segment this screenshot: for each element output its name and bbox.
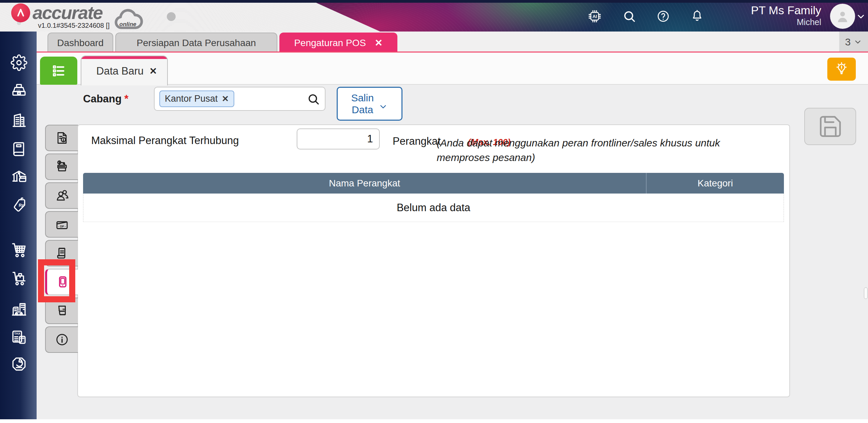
user-name: Michel: [751, 17, 821, 27]
close-document-tab-icon[interactable]: ✕: [149, 66, 157, 77]
bank-icon: [11, 169, 27, 186]
notifications-icon[interactable]: [689, 8, 705, 24]
vtab-info[interactable]: [45, 326, 78, 353]
dp-wallet-icon: - DP -: [55, 217, 70, 232]
svg-text:- DP -: - DP -: [58, 225, 66, 228]
chevron-down-icon: [853, 38, 862, 46]
app-root: accurate online v1.0.1#3545-2324608 [] A…: [0, 0, 868, 423]
salin-data-button[interactable]: Salin Data: [337, 87, 402, 121]
info-circle-icon: [55, 332, 70, 347]
cabang-input[interactable]: Kantor Pusat ✕: [154, 87, 326, 111]
tab-pengaturan-pos[interactable]: Pengaturan POS ✕: [279, 33, 397, 53]
right-scrollbar-thumb[interactable]: [864, 287, 868, 299]
vtab-uang-muka-dp[interactable]: - DP -: [45, 211, 78, 238]
receipt-icon: [55, 246, 70, 261]
svg-text:AI: AI: [592, 14, 597, 19]
svg-text:1...99: 1...99: [58, 308, 66, 311]
svg-text:Rp: Rp: [19, 203, 24, 208]
chip-label: Kantor Pusat: [165, 94, 218, 104]
devices-table-header: Nama Perangkat Kategori: [83, 173, 784, 194]
search-icon[interactable]: [621, 8, 637, 24]
vtab-document-info[interactable]: [45, 125, 78, 151]
status-dot: [167, 12, 176, 21]
list-view-button[interactable]: [40, 57, 77, 85]
close-tab-icon[interactable]: ✕: [375, 37, 382, 48]
tab-count: 3: [845, 36, 851, 48]
accurate-logo-icon[interactable]: [11, 3, 30, 22]
active-tab-accent: [81, 56, 168, 59]
save-floppy-icon: [817, 114, 843, 139]
document-tab-data-baru[interactable]: Data Baru ✕: [81, 56, 168, 85]
sidebar-item-tax[interactable]: TAX: [11, 329, 27, 346]
cabang-chip[interactable]: Kantor Pusat ✕: [159, 90, 234, 107]
sidebar-item-sales-cart[interactable]: [11, 241, 27, 258]
salin-data-label: Salin Data: [351, 92, 374, 116]
top-strip: [0, 0, 868, 3]
cash-register-icon: [11, 83, 27, 100]
vtab-informasi[interactable]: [45, 154, 78, 180]
frontliner-note: (Anda dapat menggunakan peran frontliner…: [437, 136, 776, 165]
help-icon[interactable]: [655, 8, 671, 24]
cloud-icon: [112, 3, 144, 23]
ai-icon[interactable]: AI: [587, 8, 603, 24]
vtab-users[interactable]: [45, 182, 78, 209]
account-chevron-down-icon[interactable]: [856, 12, 866, 22]
max-devices-input[interactable]: 1: [297, 128, 380, 149]
brand-subtitle: online: [119, 21, 136, 28]
svg-text:TAX: TAX: [14, 332, 21, 336]
main-tab-bar: Dashboard Persiapan Data Perusahaan Peng…: [0, 32, 868, 53]
hand-truck-icon: [11, 270, 27, 287]
users-icon: [55, 188, 70, 203]
tax-calculator-icon: TAX: [11, 329, 27, 346]
avatar[interactable]: [830, 4, 855, 29]
sidebar-item-company[interactable]: [11, 112, 27, 129]
tips-button[interactable]: [827, 58, 856, 81]
devices-table-empty-row: Belum ada data: [83, 194, 784, 222]
bottom-strip: [0, 419, 868, 423]
version-text: v1.0.1#3545-2324608 []: [38, 22, 110, 29]
document-tab-label: Data Baru: [96, 65, 144, 77]
tab-persiapan-data-perusahaan[interactable]: Persiapan Data Perusahaan: [115, 33, 277, 53]
sidebar-item-pos-register[interactable]: [11, 83, 27, 100]
save-button[interactable]: [804, 108, 856, 145]
sidebar-item-journal[interactable]: [11, 141, 27, 158]
sidebar-item-assets-vehicle[interactable]: [11, 301, 27, 318]
annotation-highlight-box: [38, 259, 75, 302]
sidebar-item-reports[interactable]: [11, 356, 27, 372]
max-devices-label: Maksimal Perangkat Terhubung: [91, 135, 239, 147]
max-devices-unit: Perangkat: [393, 135, 440, 147]
chevron-down-icon: [378, 102, 388, 112]
sidebar-item-bank-cash[interactable]: [11, 169, 27, 186]
book-icon: [11, 141, 27, 158]
column-kategori: Kategori: [647, 173, 784, 194]
shopping-cart-icon: [11, 241, 27, 258]
informasi-print-icon: [55, 159, 70, 174]
building-icon: [11, 112, 27, 129]
company-name: PT Ms Family: [751, 3, 821, 17]
price-tag-rp-icon: Rp: [11, 197, 27, 214]
sidebar-item-settings[interactable]: [11, 54, 27, 71]
numbering-icon: 1...99: [55, 303, 70, 318]
building-car-icon: [11, 301, 27, 318]
sidebar-item-pricing-rp[interactable]: Rp: [11, 197, 27, 214]
tab-dashboard[interactable]: Dashboard: [47, 33, 113, 53]
tab-label: Persiapan Data Perusahaan: [137, 38, 256, 48]
lightbulb-icon: [834, 62, 849, 77]
brand-name: accurate: [33, 2, 102, 23]
cabang-search-icon[interactable]: [307, 93, 320, 106]
required-mark: *: [124, 93, 129, 105]
tab-counter-dropdown[interactable]: 3: [839, 32, 868, 53]
tab-label: Pengaturan POS: [294, 38, 366, 48]
column-nama-perangkat: Nama Perangkat: [83, 173, 647, 194]
account-info[interactable]: PT Ms Family Michel: [751, 3, 821, 27]
document-info-icon: [55, 130, 70, 145]
list-icon: [51, 63, 66, 79]
cabang-label: Cabang*: [83, 93, 129, 105]
gear-icon: [11, 54, 27, 71]
sidebar-item-purchases-trolley[interactable]: [11, 270, 27, 287]
report-pie-icon: [11, 356, 27, 372]
chip-remove-icon[interactable]: ✕: [222, 94, 229, 104]
pos-settings-panel: [77, 124, 790, 397]
tab-label: Dashboard: [57, 38, 104, 48]
